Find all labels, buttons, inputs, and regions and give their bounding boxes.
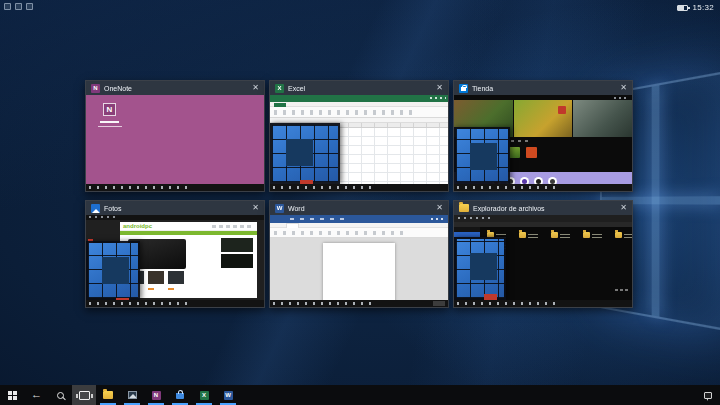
start-menu-overlay: [454, 237, 506, 300]
thumbnail-titlebar: Tienda ✕: [454, 81, 632, 95]
file-explorer-icon: [459, 204, 469, 212]
excel-window-preview[interactable]: [270, 95, 448, 191]
close-icon[interactable]: ✕: [620, 84, 627, 92]
photos-viewed-image: androidpc: [120, 222, 257, 298]
window-thumbnail-excel[interactable]: X Excel ✕: [269, 80, 449, 192]
task-view-icon: [79, 391, 90, 400]
word-workspace: [270, 238, 448, 307]
explorer-statusbar: [615, 289, 629, 291]
top-status-right: 15:32: [677, 3, 714, 12]
folder-item: [615, 232, 632, 238]
close-icon[interactable]: ✕: [252, 84, 259, 92]
store-bag-icon: [176, 393, 184, 399]
windows-logo-icon: [8, 391, 17, 400]
window-title: Explorador de archivos: [473, 205, 616, 212]
window-thumbnail-onenote[interactable]: N OneNote ✕ N: [85, 80, 265, 192]
folder-row-1: [487, 232, 630, 238]
search-button[interactable]: [48, 385, 72, 405]
taskbar-photos[interactable]: [120, 385, 144, 405]
window-title: OneNote: [104, 85, 248, 92]
taskbar-file-explorer[interactable]: [96, 385, 120, 405]
store-banner-2: [514, 100, 573, 137]
mini-taskbar: [86, 300, 264, 307]
window-thumbnail-photos[interactable]: Fotos ✕ androidpc: [85, 200, 265, 308]
action-center-button[interactable]: [696, 385, 720, 405]
window-thumbnail-word[interactable]: W Word ✕: [269, 200, 449, 308]
thumbnail-titlebar: Fotos ✕: [86, 201, 264, 215]
store-window-preview[interactable]: [454, 95, 632, 191]
thumbnail-titlebar: W Word ✕: [270, 201, 448, 215]
start-menu-overlay: [86, 241, 140, 300]
onenote-icon: N: [91, 84, 100, 93]
taskbar-onenote[interactable]: N: [144, 385, 168, 405]
window-title: Fotos: [104, 205, 248, 212]
taskbar-spacer: [240, 385, 696, 405]
window-thumbnail-file-explorer[interactable]: Explorador de archivos ✕: [453, 200, 633, 308]
folder-item: [551, 232, 570, 238]
word-icon: W: [275, 204, 284, 213]
close-icon[interactable]: ✕: [436, 204, 443, 212]
taskbar-excel[interactable]: X: [192, 385, 216, 405]
mini-taskbar: [86, 184, 264, 191]
folder-item: [519, 232, 538, 238]
start-tiles: [88, 243, 138, 298]
excel-icon: X: [275, 84, 284, 93]
onenote-icon: N: [152, 391, 161, 400]
folder-item: [583, 232, 602, 238]
start-button[interactable]: [0, 385, 24, 405]
start-menu-overlay: [454, 127, 510, 184]
excel-titlebar: [270, 95, 448, 102]
window-title: Word: [288, 205, 432, 212]
back-arrow-icon: [32, 391, 40, 399]
word-icon: W: [224, 391, 233, 400]
onenote-splash-logo: N: [103, 103, 116, 116]
status-icon-2[interactable]: [15, 3, 22, 10]
search-icon: [57, 392, 64, 399]
status-icon-3[interactable]: [26, 3, 33, 10]
task-view-grid: N OneNote ✕ N X Excel ✕: [85, 80, 633, 308]
file-explorer-window-preview[interactable]: [454, 215, 632, 307]
folder-row-2: [487, 243, 630, 249]
clock: 15:32: [692, 3, 714, 12]
excel-ribbon: [270, 107, 448, 118]
taskbar-store[interactable]: [168, 385, 192, 405]
thumbnail-titlebar: X Excel ✕: [270, 81, 448, 95]
start-tiles: [456, 239, 504, 298]
webpage-side-image-2: [221, 254, 253, 268]
window-title: Excel: [288, 85, 432, 92]
close-icon[interactable]: ✕: [436, 84, 443, 92]
onenote-splash-subtext: [98, 126, 122, 127]
mini-taskbar: [454, 300, 632, 307]
onenote-splash-text: [100, 121, 119, 123]
word-ribbon: [270, 228, 448, 238]
photos-icon: [91, 204, 100, 213]
battery-icon: [677, 5, 688, 11]
onenote-window-preview[interactable]: N: [86, 95, 264, 191]
taskbar: N X W: [0, 385, 720, 405]
photos-toolbar: [86, 215, 264, 220]
window-thumbnail-store[interactable]: Tienda ✕: [453, 80, 633, 192]
webpage-side-image-1: [221, 238, 253, 252]
mini-taskbar: [270, 184, 448, 191]
close-icon[interactable]: ✕: [620, 204, 627, 212]
webpage-navbar: [120, 231, 257, 235]
photos-window-preview[interactable]: androidpc: [86, 215, 264, 307]
back-button[interactable]: [24, 385, 48, 405]
taskbar-word[interactable]: W: [216, 385, 240, 405]
task-view-button[interactable]: [72, 385, 96, 405]
webpage-header: androidpc: [120, 222, 257, 231]
top-status-icons: [4, 3, 33, 10]
word-window-preview[interactable]: [270, 215, 448, 307]
webpage-brand: androidpc: [123, 223, 152, 229]
store-banner-3: [573, 100, 632, 137]
desktop-task-view: 15:32 N OneNote ✕ N X Excel ✕: [0, 0, 720, 405]
folder-icon: [103, 391, 113, 399]
start-menu-overlay: [270, 123, 340, 184]
excel-icon: X: [200, 391, 209, 400]
close-icon[interactable]: ✕: [252, 204, 259, 212]
thumbnail-titlebar: Explorador de archivos ✕: [454, 201, 632, 215]
store-app-tile-2: [509, 147, 520, 158]
status-icon-1[interactable]: [4, 3, 11, 10]
window-title: Tienda: [472, 85, 616, 92]
mini-taskbar: [454, 184, 632, 191]
